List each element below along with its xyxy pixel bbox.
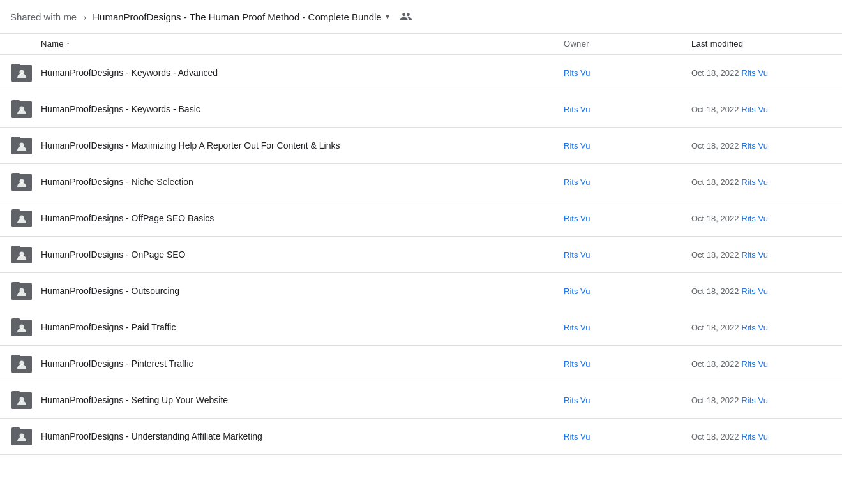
column-name-label: Name xyxy=(41,39,64,48)
table-row[interactable]: HumanProofDesigns - Outsourcing Rits Vu … xyxy=(0,273,842,309)
modified-by-user[interactable]: Rits Vu xyxy=(741,141,767,151)
table-row[interactable]: HumanProofDesigns - OnPage SEO Rits Vu O… xyxy=(0,237,842,273)
file-list: Name ↑ Owner Last modified HumanProofDes… xyxy=(0,34,842,455)
file-owner[interactable]: Rits Vu xyxy=(564,432,691,441)
file-name: HumanProofDesigns - Maximizing Help A Re… xyxy=(41,140,564,151)
modified-by-user[interactable]: Rits Vu xyxy=(741,286,767,296)
current-folder-label: HumanProofDesigns - The Human Proof Meth… xyxy=(93,11,381,22)
file-icon-wrapper xyxy=(10,352,33,375)
file-owner[interactable]: Rits Vu xyxy=(564,177,691,187)
file-modified: Oct 18, 2022 Rits Vu xyxy=(691,141,832,151)
file-owner[interactable]: Rits Vu xyxy=(564,141,691,151)
file-icon-wrapper xyxy=(10,425,33,448)
file-icon-wrapper xyxy=(10,316,33,339)
file-owner[interactable]: Rits Vu xyxy=(564,396,691,405)
table-row[interactable]: HumanProofDesigns - OffPage SEO Basics R… xyxy=(0,200,842,237)
file-icon-wrapper xyxy=(10,207,33,230)
file-owner[interactable]: Rits Vu xyxy=(564,359,691,369)
modified-by-user[interactable]: Rits Vu xyxy=(741,432,767,441)
shared-folder-icon xyxy=(11,391,32,409)
modified-by-user[interactable]: Rits Vu xyxy=(741,105,767,114)
file-owner[interactable]: Rits Vu xyxy=(564,68,691,78)
file-rows-container: HumanProofDesigns - Keywords - Advanced … xyxy=(0,55,842,455)
file-icon-wrapper xyxy=(10,243,33,266)
modified-date: Oct 18, 2022 xyxy=(691,396,739,405)
table-row[interactable]: HumanProofDesigns - Understanding Affili… xyxy=(0,419,842,455)
shared-folder-icon xyxy=(11,246,32,263)
file-name: HumanProofDesigns - Pinterest Traffic xyxy=(41,359,564,369)
breadcrumb-shared-with-me[interactable]: Shared with me xyxy=(10,11,77,22)
table-row[interactable]: HumanProofDesigns - Setting Up Your Webs… xyxy=(0,382,842,419)
table-row[interactable]: HumanProofDesigns - Keywords - Basic Rit… xyxy=(0,91,842,128)
file-modified: Oct 18, 2022 Rits Vu xyxy=(691,177,832,187)
file-modified: Oct 18, 2022 Rits Vu xyxy=(691,323,832,332)
modified-by-user[interactable]: Rits Vu xyxy=(741,359,767,369)
file-name: HumanProofDesigns - Setting Up Your Webs… xyxy=(41,395,564,405)
shared-folder-icon xyxy=(11,64,32,82)
file-modified: Oct 18, 2022 Rits Vu xyxy=(691,68,832,78)
file-owner[interactable]: Rits Vu xyxy=(564,323,691,332)
file-name: HumanProofDesigns - OnPage SEO xyxy=(41,249,564,260)
file-list-header: Name ↑ Owner Last modified xyxy=(0,34,842,55)
modified-date: Oct 18, 2022 xyxy=(691,359,739,369)
file-name: HumanProofDesigns - Keywords - Basic xyxy=(41,104,564,114)
modified-by-user[interactable]: Rits Vu xyxy=(741,214,767,223)
modified-date: Oct 18, 2022 xyxy=(691,141,739,151)
file-icon-wrapper xyxy=(10,98,33,121)
column-last-modified[interactable]: Last modified xyxy=(691,39,832,48)
file-name: HumanProofDesigns - OffPage SEO Basics xyxy=(41,213,564,223)
table-row[interactable]: HumanProofDesigns - Pinterest Traffic Ri… xyxy=(0,346,842,382)
file-name: HumanProofDesigns - Understanding Affili… xyxy=(41,431,564,441)
table-row[interactable]: HumanProofDesigns - Maximizing Help A Re… xyxy=(0,128,842,164)
shared-folder-icon xyxy=(11,427,32,445)
dropdown-icon: ▾ xyxy=(386,12,389,21)
modified-date: Oct 18, 2022 xyxy=(691,105,739,114)
table-row[interactable]: HumanProofDesigns - Niche Selection Rits… xyxy=(0,164,842,200)
breadcrumb-bar: Shared with me › HumanProofDesigns - The… xyxy=(0,0,842,34)
file-icon-wrapper xyxy=(10,170,33,193)
file-owner[interactable]: Rits Vu xyxy=(564,105,691,114)
modified-by-user[interactable]: Rits Vu xyxy=(741,250,767,260)
shared-folder-icon xyxy=(11,100,32,118)
column-name[interactable]: Name ↑ xyxy=(41,39,564,48)
file-modified: Oct 18, 2022 Rits Vu xyxy=(691,432,832,441)
table-row[interactable]: HumanProofDesigns - Paid Traffic Rits Vu… xyxy=(0,309,842,346)
modified-date: Oct 18, 2022 xyxy=(691,286,739,296)
shared-folder-icon xyxy=(11,318,32,336)
modified-date: Oct 18, 2022 xyxy=(691,214,739,223)
shared-folder-icon xyxy=(11,173,32,191)
table-row[interactable]: HumanProofDesigns - Keywords - Advanced … xyxy=(0,55,842,91)
file-owner[interactable]: Rits Vu xyxy=(564,214,691,223)
modified-date: Oct 18, 2022 xyxy=(691,250,739,260)
file-owner[interactable]: Rits Vu xyxy=(564,286,691,296)
file-name: HumanProofDesigns - Niche Selection xyxy=(41,177,564,187)
shared-folder-icon xyxy=(11,209,32,227)
shared-folder-icon xyxy=(11,282,32,300)
modified-by-user[interactable]: Rits Vu xyxy=(741,323,767,332)
file-name: HumanProofDesigns - Paid Traffic xyxy=(41,322,564,332)
sort-icon: ↑ xyxy=(66,40,70,48)
shared-people-icon[interactable] xyxy=(397,8,415,26)
file-modified: Oct 18, 2022 Rits Vu xyxy=(691,359,832,369)
modified-date: Oct 18, 2022 xyxy=(691,432,739,441)
file-icon-wrapper xyxy=(10,389,33,411)
file-name: HumanProofDesigns - Outsourcing xyxy=(41,286,564,296)
file-icon-wrapper xyxy=(10,134,33,157)
modified-by-user[interactable]: Rits Vu xyxy=(741,68,767,78)
file-modified: Oct 18, 2022 Rits Vu xyxy=(691,105,832,114)
file-icon-wrapper xyxy=(10,61,33,84)
modified-date: Oct 18, 2022 xyxy=(691,323,739,332)
file-icon-wrapper xyxy=(10,279,33,302)
file-modified: Oct 18, 2022 Rits Vu xyxy=(691,286,832,296)
shared-folder-icon xyxy=(11,355,32,373)
file-modified: Oct 18, 2022 Rits Vu xyxy=(691,250,832,260)
file-owner[interactable]: Rits Vu xyxy=(564,250,691,260)
column-owner[interactable]: Owner xyxy=(564,39,691,48)
modified-date: Oct 18, 2022 xyxy=(691,68,739,78)
shared-folder-icon xyxy=(11,137,32,154)
modified-by-user[interactable]: Rits Vu xyxy=(741,396,767,405)
modified-by-user[interactable]: Rits Vu xyxy=(741,177,767,187)
modified-date: Oct 18, 2022 xyxy=(691,177,739,187)
breadcrumb-current-folder[interactable]: HumanProofDesigns - The Human Proof Meth… xyxy=(93,11,389,22)
file-modified: Oct 18, 2022 Rits Vu xyxy=(691,214,832,223)
